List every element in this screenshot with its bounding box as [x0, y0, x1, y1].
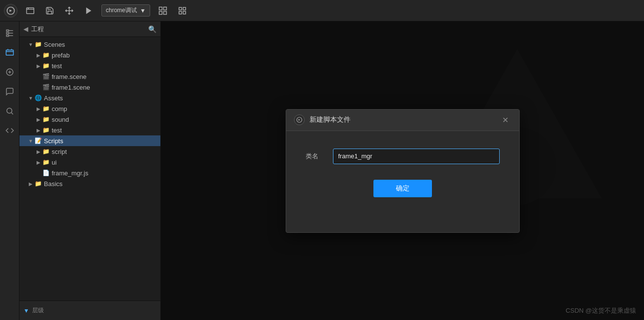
arrow-frame-mgr [35, 169, 42, 176]
dialog-footer: 确定 [306, 180, 500, 215]
arrow-sound: ▶ [35, 116, 42, 123]
file-tree: ▼ 📁 Scenes ▶ 📁 prefab ▶ 📁 test [20, 37, 160, 301]
svg-rect-13 [6, 35, 9, 37]
svg-line-20 [11, 113, 13, 114]
panel-title-label: 工程 [31, 25, 44, 34]
open-button[interactable] [23, 4, 37, 18]
confirm-button[interactable]: 确定 [373, 180, 432, 197]
label-frame-scene: frame.scene [52, 73, 156, 80]
label-prefab: prefab [52, 52, 156, 59]
tree-item-frame-mgr[interactable]: 📄 frame_mgr.js [20, 168, 160, 178]
label-assets: Assets [44, 94, 156, 102]
tree-item-sound[interactable]: ▶ 📁 sound [20, 114, 160, 125]
tree-item-frame-scene[interactable]: 🎬 frame.scene [20, 71, 160, 82]
label-test1: test [52, 62, 156, 70]
save-button[interactable] [43, 4, 57, 18]
arrow-test2: ▶ [35, 127, 42, 133]
chat-icon-btn[interactable] [2, 84, 18, 99]
svg-rect-5 [159, 11, 162, 14]
layout-button[interactable] [156, 4, 170, 18]
panel-title-area: ◀ 工程 [23, 25, 44, 34]
label-frame1-scene: frame1.scene [52, 84, 156, 91]
arrow-prefab: ▶ [35, 52, 42, 58]
dialog-header: 新建脚本文件 ✕ [286, 110, 519, 131]
play-button[interactable] [82, 4, 96, 18]
hierarchy-icon-btn[interactable] [2, 25, 18, 41]
svg-rect-10 [183, 11, 185, 14]
close-icon: ✕ [502, 115, 508, 125]
label-comp: comp [52, 105, 156, 113]
assets-icon: 🌐 [34, 94, 42, 102]
folder-icon-ui: 📁 [42, 158, 50, 166]
tree-item-script[interactable]: ▶ 📁 script [20, 146, 160, 157]
folder-icon-scenes: 📁 [34, 40, 42, 48]
arrow-scripts: ▼ [27, 137, 34, 144]
folder-icon-sound: 📁 [42, 115, 50, 123]
panel-header: ◀ 工程 🔍 [20, 21, 160, 37]
label-script: script [52, 148, 156, 155]
script-icon-frame-mgr: 📄 [42, 169, 50, 177]
label-basics: Basics [44, 180, 156, 188]
svg-rect-3 [159, 7, 162, 10]
folder-icon-script: 📁 [42, 148, 50, 155]
classname-input[interactable] [333, 149, 500, 164]
new-script-dialog: 新建脚本文件 ✕ 类名 确定 [286, 109, 520, 233]
label-test2: test [52, 127, 156, 134]
label-scripts: Scripts [44, 137, 156, 145]
paint-icon-btn[interactable] [2, 64, 18, 80]
project-icon-btn[interactable] [2, 45, 18, 60]
file-panel: ◀ 工程 🔍 ▼ 📁 Scenes ▶ 📁 prefab [20, 21, 161, 320]
search-icon-btn[interactable] [2, 103, 18, 119]
tree-item-test1[interactable]: ▶ 📁 test [20, 60, 160, 71]
label-frame-mgr: frame_mgr.js [52, 169, 156, 177]
folder-icon-test1: 📁 [42, 62, 50, 70]
dialog-body: 类名 确定 [286, 131, 519, 232]
tree-item-prefab[interactable]: ▶ 📁 prefab [20, 50, 160, 60]
grid-button[interactable] [176, 4, 189, 18]
toolbar: chrome调试 ▼ [0, 0, 644, 21]
tree-item-assets[interactable]: ▼ 🌐 Assets [20, 93, 160, 103]
form-row-classname: 类名 [306, 149, 500, 164]
arrow-comp: ▶ [35, 105, 42, 112]
move-button[interactable] [62, 4, 76, 18]
tree-item-comp[interactable]: ▶ 📁 comp [20, 103, 160, 114]
content-area: 新建脚本文件 ✕ 类名 确定 [161, 21, 644, 320]
arrow-frame-scene [35, 73, 42, 80]
tree-item-scripts[interactable]: ▼ 📝 Scripts [20, 135, 160, 146]
dialog-overlay: 新建脚本文件 ✕ 类名 确定 [161, 21, 644, 320]
label-sound: sound [52, 116, 156, 123]
tree-item-ui[interactable]: ▶ 📁 ui [20, 157, 160, 168]
label-ui: ui [52, 159, 156, 166]
tree-item-scenes[interactable]: ▼ 📁 Scenes [20, 39, 160, 50]
arrow-script: ▶ [35, 148, 42, 155]
label-scenes: Scenes [44, 41, 156, 48]
svg-rect-6 [163, 11, 166, 14]
arrow-assets: ▼ [27, 94, 34, 101]
debug-dropdown[interactable]: chrome调试 ▼ [101, 4, 150, 17]
scene-icon-frame1: 🎬 [42, 83, 50, 91]
icon-bar [0, 21, 20, 320]
form-label-classname: 类名 [306, 152, 325, 161]
tree-item-test2[interactable]: ▶ 📁 test [20, 125, 160, 135]
arrow-test1: ▶ [35, 62, 42, 69]
scene-icon-frame: 🎬 [42, 73, 50, 80]
tree-item-basics[interactable]: ▶ 📁 Basics [20, 178, 160, 189]
scripts-icon: 📝 [34, 137, 42, 145]
dropdown-arrow-icon: ▼ [140, 7, 146, 14]
svg-rect-4 [163, 7, 166, 10]
svg-rect-8 [183, 7, 185, 10]
tree-item-frame1-scene[interactable]: 🎬 frame1.scene [20, 82, 160, 93]
bottom-arrow-icon: ▼ [23, 307, 29, 314]
app-logo[interactable] [4, 4, 18, 18]
back-arrow-icon[interactable]: ◀ [23, 25, 28, 33]
panel-search-button[interactable]: 🔍 [148, 25, 156, 33]
code-icon-btn[interactable] [2, 123, 18, 138]
watermark: CSDN @这货不是乘虚猿 [566, 306, 636, 315]
main-layout: ◀ 工程 🔍 ▼ 📁 Scenes ▶ 📁 prefab [0, 21, 644, 320]
svg-point-19 [7, 108, 12, 113]
folder-icon-test2: 📁 [42, 126, 50, 134]
dialog-close-button[interactable]: ✕ [500, 114, 511, 126]
folder-icon-prefab: 📁 [42, 51, 50, 59]
bottom-panel: ▼ 层级 [20, 301, 160, 320]
debug-label: chrome调试 [106, 6, 137, 15]
